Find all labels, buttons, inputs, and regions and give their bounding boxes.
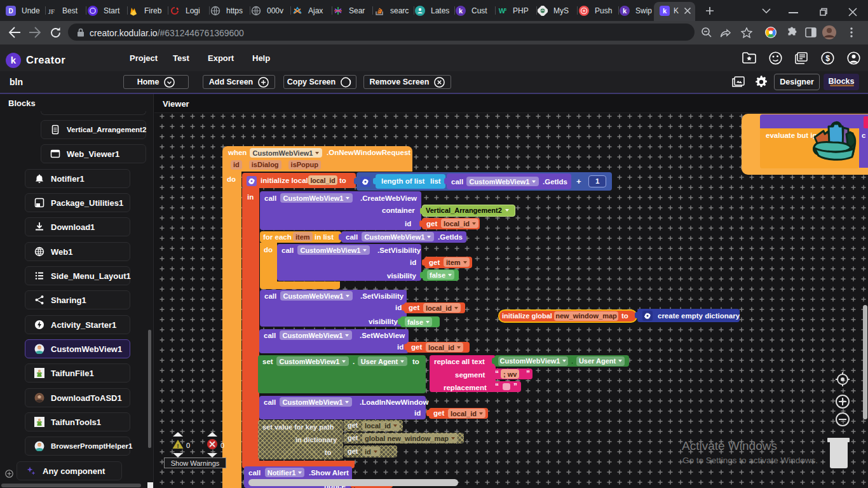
svg-text:3: 3: [505, 8, 507, 11]
svg-text:0: 0: [186, 442, 190, 449]
svg-text:D: D: [8, 8, 13, 15]
svg-text:k: k: [663, 7, 667, 15]
svg-text:JF: JF: [48, 7, 55, 15]
svg-text:0: 0: [220, 442, 224, 449]
svg-text:k: k: [623, 7, 627, 15]
svg-text:!: !: [177, 443, 179, 449]
svg-text:$: $: [825, 54, 830, 63]
svg-text:k: k: [459, 7, 463, 15]
